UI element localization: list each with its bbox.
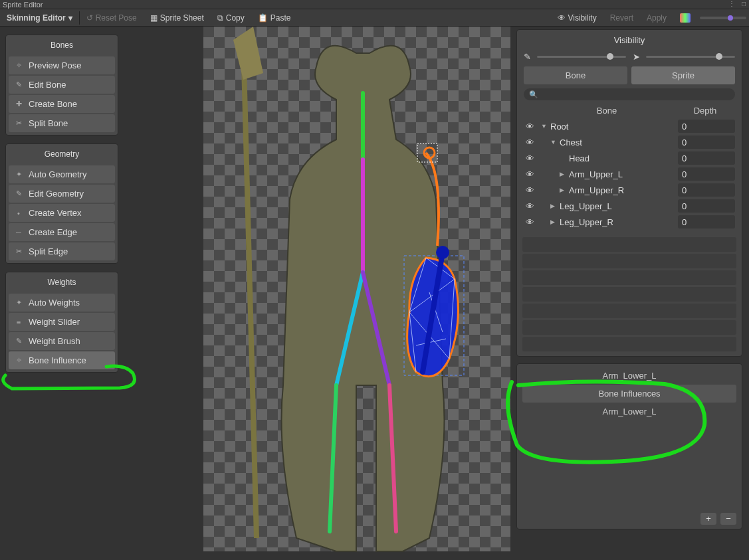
bone-list-header: Bone Depth [517,103,742,118]
empty-row [522,337,736,351]
revert-button[interactable]: Revert [603,9,640,26]
spritesheet-button[interactable]: ▦ Sprite Sheet [144,9,211,26]
depth-input[interactable]: 0 [678,167,735,181]
bone-row-root[interactable]: 👁▼Root0 [521,118,738,134]
depth-input[interactable]: 0 [678,215,735,229]
opacity-slider[interactable] [700,17,746,19]
bone-name[interactable]: Arm_Upper_R [569,185,675,195]
bone-influences-header: Bone Influences [522,385,736,403]
color-swatch-icon [680,13,691,23]
visibility-eye-icon[interactable]: 👁 [524,217,536,227]
visibility-title: Visibility [517,30,742,50]
visibility-eye-icon[interactable]: 👁 [524,153,536,163]
editor-mode-dropdown[interactable]: Skinning Editor▾ [0,9,79,26]
bone-row-chest[interactable]: 👁▼Chest0 [521,134,738,150]
depth-input[interactable]: 0 [678,136,735,149]
empty-row [522,270,736,285]
bone-name[interactable]: Leg_Upper_L [560,201,675,211]
tab-bone[interactable]: Bone [524,66,627,84]
visibility-eye-icon[interactable]: 👁 [524,138,536,147]
visibility-toggle[interactable]: 👁 Visibility [551,9,603,26]
bone-name[interactable]: Root [550,122,675,132]
empty-row [522,304,736,318]
reset-pose-button[interactable]: ↺ Reset Pose [80,9,144,26]
eye-icon: 👁 [558,13,566,23]
bone-row-leg_upper_r[interactable]: 👁▶Leg_Upper_R0 [521,214,738,230]
window-title: Sprite Editor [3,1,43,9]
copy-button[interactable]: ⧉ Copy [211,9,251,26]
bone-row-leg_upper_l[interactable]: 👁▶Leg_Upper_L0 [521,198,738,214]
visibility-eye-icon[interactable]: 👁 [524,169,536,179]
grid-icon: ▦ [150,13,158,23]
selected-sprite-label: Arm_Lower_L [517,364,742,385]
pointer-icon: ➤ [633,52,642,61]
add-influence-button[interactable]: + [700,513,716,525]
brush-icon: ✎ [524,52,533,61]
reset-icon: ↺ [86,13,93,23]
svg-point-17 [436,246,449,259]
bone-name[interactable]: Leg_Upper_R [560,217,675,227]
maximize-icon[interactable]: □ [740,0,748,8]
tab-sprite[interactable]: Sprite [631,66,735,84]
empty-row [522,287,736,302]
editor-toolbar: Skinning Editor▾ ↺ Reset Pose ▦ Sprite S… [0,9,749,27]
expand-icon[interactable]: ▼ [541,123,548,130]
window-titlebar: Sprite Editor ⋮ □ [0,0,749,9]
expand-icon[interactable]: ▼ [550,139,557,145]
expand-icon[interactable]: ▶ [560,171,566,177]
expand-icon[interactable]: ▶ [550,219,557,225]
visibility-eye-icon[interactable]: 👁 [524,122,536,132]
depth-input[interactable]: 0 [678,120,735,133]
visibility-panel: Visibility ✎ ➤ Bone Sprite 🔍 Bone Depth [516,29,742,357]
copy-icon: ⧉ [217,13,223,23]
empty-row [522,254,736,268]
bone-row-arm_upper_r[interactable]: 👁▶Arm_Upper_R0 [521,182,738,198]
expand-icon[interactable]: ▶ [560,187,566,193]
bone-row-head[interactable]: 👁Head0 [521,150,738,166]
bone-row-arm_upper_l[interactable]: 👁▶Arm_Upper_L0 [521,166,738,182]
visibility-eye-icon[interactable]: 👁 [524,185,536,195]
bone-influences-panel: Arm_Lower_L Bone Influences Arm_Lower_L … [516,363,742,529]
spear-head [233,27,263,80]
expand-icon[interactable]: ▶ [550,203,557,209]
spear [243,40,257,538]
mesh-opacity-slider[interactable]: ➤ [633,52,735,61]
bone-opacity-slider[interactable]: ✎ [524,52,626,61]
bone-search-input[interactable]: 🔍 [524,88,735,100]
depth-input[interactable]: 0 [678,199,735,213]
dock-icon[interactable]: ⋮ [728,0,736,8]
color-swatch-button[interactable] [673,9,697,26]
depth-input[interactable]: 0 [678,151,735,165]
empty-row [522,237,736,252]
paste-button[interactable]: 📋 Paste [251,9,298,26]
influence-item[interactable]: Arm_Lower_L [517,403,742,420]
apply-button[interactable]: Apply [640,9,673,26]
paste-icon: 📋 [258,13,268,23]
bone-name[interactable]: Head [569,153,675,163]
remove-influence-button[interactable]: − [720,513,736,525]
depth-input[interactable]: 0 [678,183,735,197]
visibility-eye-icon[interactable]: 👁 [524,201,536,211]
bone-name[interactable]: Arm_Upper_L [569,169,675,179]
empty-row [522,320,736,335]
bone-name[interactable]: Chest [560,138,675,147]
search-icon: 🔍 [529,90,538,99]
